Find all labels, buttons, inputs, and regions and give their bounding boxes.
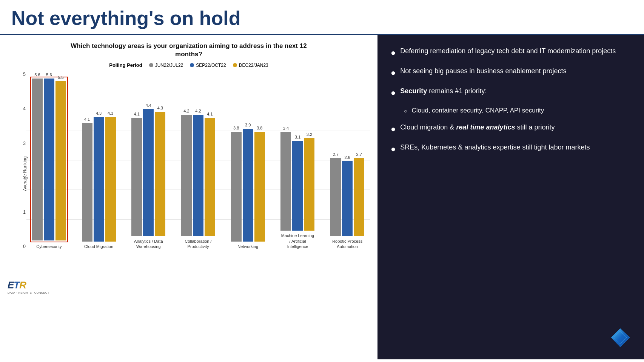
- bar-group-4: 3.83.93.8Networking: [225, 75, 271, 249]
- bullet-1: ● Deferring remediation of legacy tech d…: [391, 46, 631, 59]
- bar-group-1: 4.14.34.3Cloud Migration: [76, 75, 122, 249]
- bar-5-1: 3.1: [292, 141, 303, 231]
- chart-section: Which technology areas is your organizat…: [0, 35, 377, 359]
- bar-group-3: 4.24.24.1Collaboration /Productivity: [176, 75, 221, 249]
- bar-4-0: 3.8: [231, 132, 242, 242]
- bar-1-0: 4.1: [82, 123, 92, 242]
- bar-1-2: 4.3: [105, 117, 116, 242]
- bar-group-0: 5.65.65.5Cybersecurity: [26, 75, 72, 249]
- sub-bullet-1: ○ Cloud, container security, CNAPP, API …: [404, 106, 631, 115]
- bar-6-2: 2.7: [354, 158, 364, 236]
- polling-label: Polling Period: [109, 62, 142, 68]
- bullet-2: ● Not seeing big pauses in business enab…: [391, 66, 631, 79]
- bar-2-0: 4.1: [131, 118, 142, 236]
- bar-0-2: 5.5: [55, 81, 66, 240]
- bar-5-0: 3.4: [280, 132, 291, 231]
- bar-3-0: 4.2: [181, 115, 192, 236]
- chart-area: Average Ranking 0 1 2 3 4 5 5.65.65.5Cyb…: [8, 72, 370, 276]
- main-heading: Not everything's on hold: [11, 7, 633, 29]
- etr-logo: E T R DATA · INSIGHTS · CONNECT: [8, 276, 370, 294]
- bar-2-2: 4.3: [155, 112, 165, 236]
- y-axis-ticks: 0 1 2 3 4 5: [19, 72, 26, 249]
- bar-group-6: 2.72.62.7Robotic ProcessAutomation: [325, 75, 370, 249]
- bars-area: 5.65.65.5Cybersecurity4.14.34.3Cloud Mig…: [26, 72, 370, 249]
- chart-legend: Polling Period JUN22/JUL22 SEP22/OCT22 D…: [8, 62, 370, 68]
- diamond-icon-container: [391, 327, 631, 348]
- page-title: Not everything's on hold: [0, 0, 644, 35]
- bar-0-1: 5.6: [44, 79, 54, 240]
- right-panel: ● Deferring remediation of legacy tech d…: [377, 35, 644, 359]
- bar-3-1: 4.2: [193, 115, 203, 236]
- bar-4-2: 3.8: [254, 132, 265, 242]
- legend-item-2: SEP22/OCT22: [190, 63, 226, 68]
- diamond-icon: [610, 327, 631, 348]
- bar-6-1: 2.6: [342, 161, 353, 236]
- bar-group-5: 3.43.13.2Machine Learning/ ArtificialInt…: [275, 75, 320, 249]
- legend-item-3: DEC22/JAN23: [233, 63, 268, 68]
- bar-group-2: 4.14.44.3Analytics / DataWarehousing: [126, 75, 171, 249]
- bar-4-1: 3.9: [243, 129, 253, 242]
- bar-0-0: 5.6: [32, 79, 43, 240]
- bar-5-2: 3.2: [304, 138, 314, 231]
- chart-title: Which technology areas is your organizat…: [8, 42, 370, 59]
- bar-6-0: 2.7: [330, 158, 341, 236]
- bullet-4: ● Cloud migration & real time analytics …: [391, 123, 631, 135]
- legend-item-1: JUN22/JUL22: [149, 63, 183, 68]
- bullet-5: ● SREs, Kubernetes & analytics expertise…: [391, 143, 631, 155]
- bar-2-1: 4.4: [143, 109, 154, 236]
- bar-3-2: 4.1: [205, 118, 215, 236]
- bullet-3: ● Security remains #1 priority:: [391, 86, 631, 99]
- bar-1-1: 4.3: [94, 117, 104, 242]
